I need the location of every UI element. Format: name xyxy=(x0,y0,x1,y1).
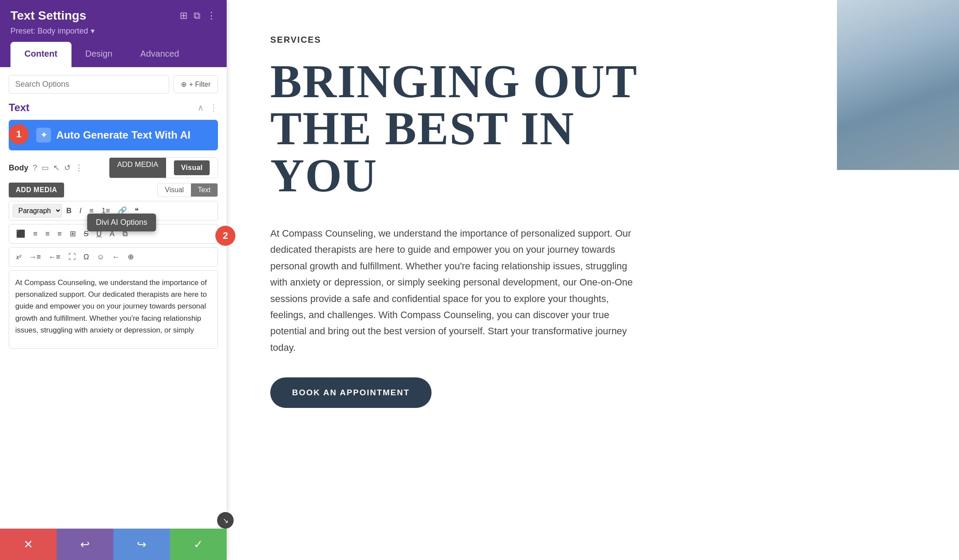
corner-image-inner xyxy=(837,0,959,170)
focus-icon[interactable]: ⊞ xyxy=(180,10,187,21)
body-label: Body xyxy=(9,163,28,173)
filter-button[interactable]: ⊕ + Filter xyxy=(173,75,218,93)
editor-content[interactable]: At Compass Counseling, we understand the… xyxy=(9,270,218,349)
add-media-button[interactable]: Visual xyxy=(174,160,210,175)
corner-image xyxy=(837,0,959,170)
tab-content[interactable]: Content xyxy=(10,42,71,67)
add-media-button[interactable]: ADD MEDIA xyxy=(9,183,64,197)
heading-line-3: YOU xyxy=(270,149,377,201)
outdent-button[interactable]: ←≡ xyxy=(45,250,64,264)
editor-toolbar-top: Body ? ▭ ↖ ↺ ⋮ ADD MEDIA Visual xyxy=(9,157,218,178)
editor-text: At Compass Counseling, we understand the… xyxy=(15,278,207,334)
visual-tab[interactable]: Visual xyxy=(158,183,190,197)
section-more-icon[interactable]: ⋮ xyxy=(209,102,218,113)
indent-button[interactable]: →≡ xyxy=(26,250,44,264)
panel-body: ⊕ + Filter Text ∧ ⋮ ✦ Auto Generate Text… xyxy=(0,67,227,356)
omega-button[interactable]: Ω xyxy=(80,250,93,264)
tab-advanced[interactable]: Advanced xyxy=(126,42,193,67)
emoji-button[interactable]: ☺ xyxy=(93,250,108,264)
tab-visual[interactable]: ADD MEDIA xyxy=(109,158,166,178)
bold-button[interactable]: B xyxy=(63,204,75,217)
italic-button[interactable]: I xyxy=(76,204,85,217)
redo-button[interactable]: ↪ xyxy=(113,529,170,560)
collapse-icon[interactable]: ∧ xyxy=(197,102,204,113)
align-center-button[interactable]: ≡ xyxy=(30,227,41,241)
fullscreen-button[interactable]: ⛶ xyxy=(65,250,79,264)
bottom-bar: ✕ ↩ ↪ ✓ xyxy=(0,529,227,560)
panel-tabs: Content Design Advanced xyxy=(10,42,216,67)
preset-label[interactable]: Preset: Body imported ▾ xyxy=(10,26,216,42)
panel-header: Text Settings ⊞ ⧉ ⋮ Preset: Body importe… xyxy=(0,0,227,67)
text-tab[interactable]: Text xyxy=(191,183,218,197)
panel-header-icons: ⊞ ⧉ ⋮ xyxy=(180,10,216,21)
ai-generate-button[interactable]: ✦ Auto Generate Text With AI xyxy=(9,120,218,150)
cancel-button[interactable]: ✕ xyxy=(0,529,57,560)
heading-line-2: THE BEST IN xyxy=(270,102,575,154)
save-button[interactable]: ✓ xyxy=(170,529,227,560)
step-badge-1: 1 xyxy=(9,124,29,144)
ai-icon: ✦ xyxy=(36,128,51,143)
main-body-text: At Compass Counseling, we understand the… xyxy=(270,225,645,356)
divi-ai-tooltip: Divi AI Options xyxy=(87,214,156,231)
ai-toolbar-button[interactable]: ← xyxy=(109,250,123,264)
paragraph-select[interactable]: Paragraph Heading 1 Heading 2 xyxy=(13,204,62,217)
visual-text-tabs: ADD MEDIA Visual xyxy=(109,157,218,178)
tab-design[interactable]: Design xyxy=(71,42,126,67)
more-icon[interactable]: ⋮ xyxy=(207,10,216,21)
justify-button[interactable]: ≡ xyxy=(54,227,65,241)
tab-visual-label[interactable]: Visual xyxy=(166,158,218,178)
history-icon[interactable]: ↺ xyxy=(64,163,71,173)
table-button[interactable]: ⊞ xyxy=(66,227,79,241)
step-badge-2: 2 xyxy=(215,226,235,246)
undo-button[interactable]: ↩ xyxy=(57,529,113,560)
book-appointment-button[interactable]: BOOK AN APPOINTMENT xyxy=(270,377,432,408)
cursor-icon[interactable]: ↖ xyxy=(53,163,60,173)
settings-panel: Text Settings ⊞ ⧉ ⋮ Preset: Body importe… xyxy=(0,0,227,560)
search-input[interactable] xyxy=(9,75,169,94)
help-icon[interactable]: ? xyxy=(33,163,37,173)
columns-icon[interactable]: ⧉ xyxy=(194,10,201,21)
main-content: SERVICES BRINGING OUT THE BEST IN YOU At… xyxy=(227,0,959,560)
main-heading: BRINGING OUT THE BEST IN YOU xyxy=(270,58,915,199)
align-left-button[interactable]: ⬛ xyxy=(13,227,29,241)
align-right-button[interactable]: ≡ xyxy=(42,227,53,241)
services-label: SERVICES xyxy=(270,35,915,45)
device-icon[interactable]: ▭ xyxy=(41,163,49,173)
section-title: Text xyxy=(9,102,30,114)
text-section-header: Text ∧ ⋮ xyxy=(9,102,218,114)
resize-handle[interactable]: ↘ xyxy=(217,512,234,529)
heading-line-1: BRINGING OUT xyxy=(270,55,638,107)
search-row: ⊕ + Filter xyxy=(9,75,218,94)
subscript-button[interactable]: x² xyxy=(13,250,25,264)
ai-toolbar-2-button[interactable]: ⊕ xyxy=(124,250,137,264)
filter-icon: ⊕ xyxy=(181,80,187,88)
panel-title: Text Settings xyxy=(10,9,86,23)
editor-toolbar-3: x² →≡ ←≡ ⛶ Ω ☺ ← ⊕ xyxy=(9,247,218,267)
section-controls: ∧ ⋮ xyxy=(197,102,218,113)
toolbar-more-icon[interactable]: ⋮ xyxy=(75,163,83,173)
